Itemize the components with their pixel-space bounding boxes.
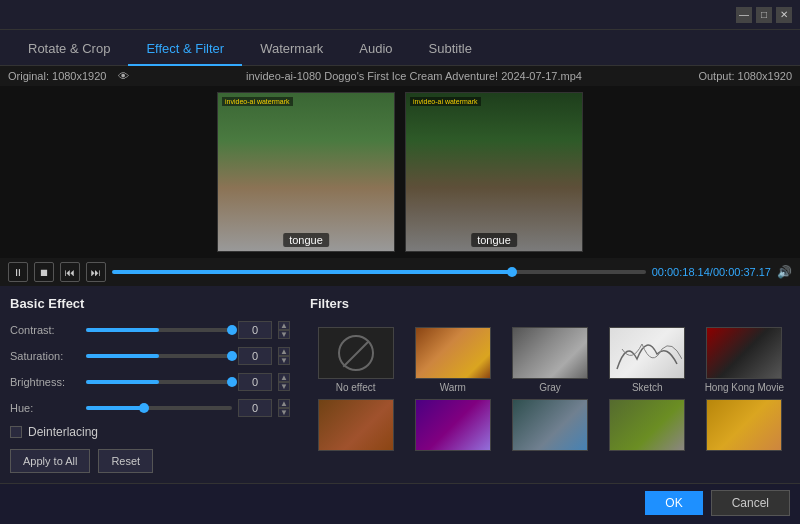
basic-effect-panel: Basic Effect Contrast: 0 ▲ ▼ Saturation:… [10, 296, 290, 473]
contrast-down-btn[interactable]: ▼ [278, 330, 290, 339]
filter-row2-3[interactable] [504, 399, 595, 451]
ok-button[interactable]: OK [645, 491, 702, 515]
volume-icon[interactable]: 🔊 [777, 265, 792, 279]
eye-icon[interactable]: 👁 [118, 70, 129, 82]
preview-info-bar: Original: 1080x1920 👁 invideo-ai-1080 Do… [0, 66, 800, 86]
title-bar: — □ ✕ [0, 0, 800, 30]
time-display: 00:00:18.14/00:00:37.17 [652, 266, 771, 278]
filter-name-gray: Gray [539, 382, 561, 393]
filter-thumb-no-effect [318, 327, 394, 379]
saturation-label: Saturation: [10, 350, 80, 362]
tab-effect-filter[interactable]: Effect & Filter [128, 33, 242, 66]
brightness-down-btn[interactable]: ▼ [278, 382, 290, 391]
tab-rotate-crop[interactable]: Rotate & Crop [10, 33, 128, 66]
apply-to-all-button[interactable]: Apply to All [10, 449, 90, 473]
filter-name-warm: Warm [440, 382, 466, 393]
basic-effect-title: Basic Effect [10, 296, 290, 311]
tab-watermark[interactable]: Watermark [242, 33, 341, 66]
minimize-button[interactable]: — [736, 7, 752, 23]
next-frame-button[interactable]: ⏭ [86, 262, 106, 282]
filter-name-hk-movie: Hong Kong Movie [705, 382, 785, 393]
preview-area: Original: 1080x1920 👁 invideo-ai-1080 Do… [0, 66, 800, 286]
hue-row: Hue: 0 ▲ ▼ [10, 399, 290, 417]
deinterlace-row: Deinterlacing [10, 425, 290, 439]
filter-thumb-r2-2 [415, 399, 491, 451]
cancel-button[interactable]: Cancel [711, 490, 790, 516]
brightness-label: Brightness: [10, 376, 80, 388]
filter-thumb-r2-5 [706, 399, 782, 451]
filter-thumb-gray [512, 327, 588, 379]
prev-frame-button[interactable]: ⏮ [60, 262, 80, 282]
brightness-slider[interactable] [86, 380, 232, 384]
original-resolution-label: Original: 1080x1920 [8, 70, 106, 82]
hue-slider[interactable] [86, 406, 232, 410]
filters-grid: No effect Warm Gray [310, 327, 790, 451]
filter-row2-4[interactable] [602, 399, 693, 451]
watermark-right: invideo-ai watermark [410, 97, 481, 106]
filter-warm[interactable]: Warm [407, 327, 498, 393]
no-effect-icon [338, 335, 374, 371]
saturation-down-btn[interactable]: ▼ [278, 356, 290, 365]
hue-label: Hue: [10, 402, 80, 414]
filter-no-effect[interactable]: No effect [310, 327, 401, 393]
saturation-slider[interactable] [86, 354, 232, 358]
filter-name-sketch: Sketch [632, 382, 663, 393]
filter-thumb-warm [415, 327, 491, 379]
hue-down-btn[interactable]: ▼ [278, 408, 290, 417]
bottom-actions: OK Cancel [0, 483, 800, 522]
contrast-slider[interactable] [86, 328, 232, 332]
tab-bar: Rotate & Crop Effect & Filter Watermark … [0, 30, 800, 66]
original-video-frame: invideo-ai watermark tongue [217, 92, 395, 252]
filter-thumb-hk-movie [706, 327, 782, 379]
timeline-thumb [507, 267, 517, 277]
close-button[interactable]: ✕ [776, 7, 792, 23]
filter-row2-2[interactable] [407, 399, 498, 451]
stop-button[interactable]: ⏹ [34, 262, 54, 282]
brightness-value: 0 [238, 373, 272, 391]
deinterlace-checkbox[interactable] [10, 426, 22, 438]
preview-videos: invideo-ai watermark tongue invideo-ai w… [0, 86, 800, 258]
hue-up-btn[interactable]: ▲ [278, 399, 290, 408]
filter-name-no-effect: No effect [336, 382, 376, 393]
filename-label: invideo-ai-1080 Doggo's First Ice Cream … [246, 70, 582, 82]
contrast-up-btn[interactable]: ▲ [278, 321, 290, 330]
pause-button[interactable]: ⏸ [8, 262, 28, 282]
original-video-label: tongue [283, 233, 329, 247]
saturation-row: Saturation: 0 ▲ ▼ [10, 347, 290, 365]
output-video-label: tongue [471, 233, 517, 247]
output-resolution-label: Output: 1080x1920 [698, 70, 792, 82]
timeline-bar: ⏸ ⏹ ⏮ ⏭ 00:00:18.14/00:00:37.17 🔊 [0, 258, 800, 286]
brightness-row: Brightness: 0 ▲ ▼ [10, 373, 290, 391]
filters-wrapper[interactable]: No effect Warm Gray [310, 321, 790, 451]
filters-panel: Filters No effect Warm Gray [310, 296, 790, 473]
watermark-left: invideo-ai watermark [222, 97, 293, 106]
filters-title: Filters [310, 296, 790, 311]
hue-value: 0 [238, 399, 272, 417]
tab-subtitle[interactable]: Subtitle [411, 33, 490, 66]
filter-thumb-sketch [609, 327, 685, 379]
filter-thumb-r2-4 [609, 399, 685, 451]
filter-row2-1[interactable] [310, 399, 401, 451]
timeline-slider[interactable] [112, 270, 646, 274]
contrast-label: Contrast: [10, 324, 80, 336]
bottom-panel: Basic Effect Contrast: 0 ▲ ▼ Saturation:… [0, 286, 800, 483]
filter-gray[interactable]: Gray [504, 327, 595, 393]
reset-button[interactable]: Reset [98, 449, 153, 473]
filter-thumb-r2-3 [512, 399, 588, 451]
contrast-row: Contrast: 0 ▲ ▼ [10, 321, 290, 339]
contrast-value: 0 [238, 321, 272, 339]
filter-row2-5[interactable] [699, 399, 790, 451]
maximize-button[interactable]: □ [756, 7, 772, 23]
filter-hk-movie[interactable]: Hong Kong Movie [699, 327, 790, 393]
filter-sketch[interactable]: Sketch [602, 327, 693, 393]
brightness-up-btn[interactable]: ▲ [278, 373, 290, 382]
saturation-up-btn[interactable]: ▲ [278, 347, 290, 356]
deinterlace-label: Deinterlacing [28, 425, 98, 439]
filter-thumb-r2-1 [318, 399, 394, 451]
output-video-frame: invideo-ai watermark tongue [405, 92, 583, 252]
saturation-value: 0 [238, 347, 272, 365]
tab-audio[interactable]: Audio [341, 33, 410, 66]
action-buttons: Apply to All Reset [10, 449, 290, 473]
